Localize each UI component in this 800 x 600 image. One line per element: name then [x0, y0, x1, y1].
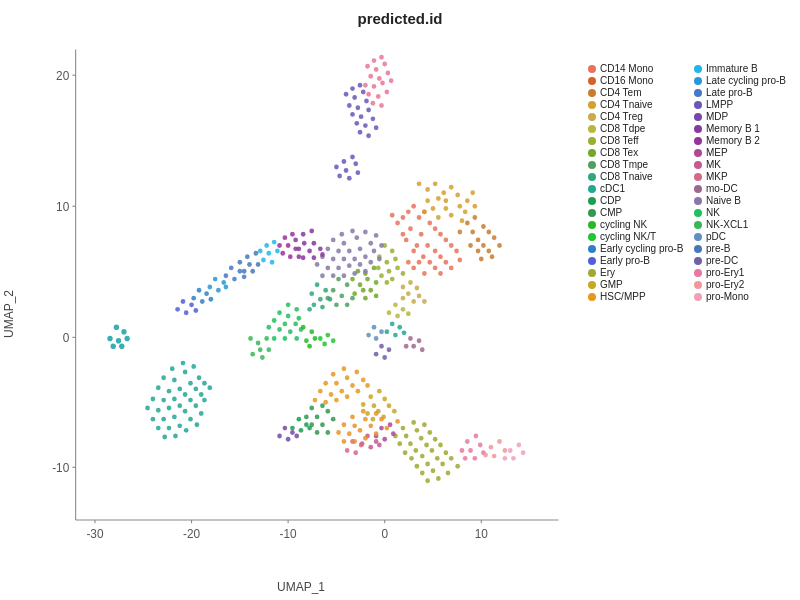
svg-point-267 [175, 307, 180, 312]
svg-point-220 [302, 241, 307, 246]
svg-point-236 [264, 243, 269, 248]
svg-point-315 [372, 403, 377, 408]
svg-point-238 [258, 249, 263, 254]
legend-item: MDP [694, 111, 796, 122]
svg-point-192 [325, 246, 330, 251]
svg-point-204 [379, 243, 384, 248]
svg-point-401 [516, 442, 521, 447]
legend-label: CD8 Teff [600, 135, 639, 146]
svg-point-244 [254, 251, 259, 256]
svg-point-330 [331, 417, 336, 422]
svg-point-73 [465, 221, 470, 226]
legend-item: Late cycling pro-B [694, 75, 796, 86]
svg-point-259 [224, 284, 229, 289]
legend-item: cDC1 [588, 183, 690, 194]
svg-point-84 [476, 249, 481, 254]
svg-point-121 [323, 288, 328, 293]
svg-point-466 [342, 439, 347, 444]
svg-point-53 [417, 181, 422, 186]
svg-point-196 [368, 241, 373, 246]
svg-point-166 [313, 336, 318, 341]
legend-dot [588, 197, 596, 205]
svg-point-471 [395, 419, 400, 424]
legend-label: NK-XCL1 [706, 219, 748, 230]
svg-point-284 [356, 105, 361, 110]
svg-point-420 [183, 370, 188, 375]
svg-point-332 [325, 430, 330, 435]
legend-label: pDC [706, 231, 726, 242]
svg-point-261 [204, 291, 209, 296]
svg-point-270 [342, 159, 347, 164]
legend-item: pre-DC [694, 255, 796, 266]
svg-point-61 [455, 193, 460, 198]
legend-label: LMPP [706, 99, 733, 110]
svg-point-316 [382, 397, 387, 402]
svg-text:-10: -10 [280, 527, 297, 541]
svg-point-36 [433, 249, 438, 254]
svg-point-291 [371, 116, 376, 121]
svg-point-217 [301, 232, 306, 237]
legend-label: pro-Ery2 [706, 279, 744, 290]
svg-point-300 [354, 370, 359, 375]
plot-and-x: 20 10 0 -10 -30 [22, 27, 580, 600]
svg-point-457 [342, 422, 347, 427]
svg-point-28 [390, 213, 395, 218]
svg-point-219 [293, 237, 298, 242]
legend-item: pro-Mono [694, 291, 796, 302]
svg-point-230 [277, 243, 282, 248]
legend-item: pDC [694, 231, 796, 242]
svg-point-172 [390, 321, 395, 326]
svg-point-352 [427, 430, 432, 435]
svg-point-55 [433, 181, 438, 186]
svg-point-200 [342, 256, 347, 261]
svg-point-120 [315, 282, 320, 287]
svg-point-458 [352, 423, 357, 428]
svg-point-331 [315, 430, 320, 435]
svg-point-480 [363, 83, 368, 88]
svg-point-384 [359, 442, 364, 447]
svg-point-390 [468, 448, 473, 453]
chart-area: UMAP_2 20 10 0 [0, 27, 800, 600]
svg-point-389 [460, 448, 465, 453]
svg-point-400 [508, 448, 513, 453]
svg-point-153 [272, 336, 277, 341]
svg-point-51 [422, 271, 427, 276]
svg-point-32 [438, 232, 443, 237]
svg-point-205 [315, 262, 320, 267]
svg-point-371 [446, 470, 451, 475]
cluster-gmp [361, 389, 397, 422]
svg-point-131 [406, 291, 411, 296]
legend-item: pro-Ery1 [694, 267, 796, 278]
svg-point-167 [307, 344, 312, 349]
svg-point-393 [472, 456, 477, 461]
cluster-lmpp [334, 83, 378, 181]
legend-label: Memory B 2 [706, 135, 760, 146]
legend-label: pro-Ery1 [706, 267, 744, 278]
svg-point-428 [161, 398, 166, 403]
svg-point-149 [266, 325, 271, 330]
svg-point-47 [457, 258, 462, 263]
svg-point-158 [248, 336, 253, 341]
legend-dot [588, 173, 596, 181]
svg-point-197 [374, 233, 379, 238]
legend-dot [694, 137, 702, 145]
cluster-nk-xcl1 [248, 336, 271, 360]
svg-point-404 [521, 450, 526, 455]
svg-point-487 [371, 101, 376, 106]
svg-point-482 [380, 81, 385, 86]
svg-point-343 [401, 426, 406, 431]
svg-point-38 [401, 232, 406, 237]
cluster-cd4-tem [457, 215, 501, 261]
svg-point-49 [433, 265, 438, 270]
svg-point-104 [374, 280, 379, 285]
legend-item: cycling NK/T [588, 231, 690, 242]
svg-point-481 [372, 84, 377, 89]
legend-dot [588, 281, 596, 289]
svg-point-156 [264, 336, 269, 341]
legend-label: cDC1 [600, 183, 625, 194]
legend-label: MEP [706, 147, 728, 158]
svg-point-69 [436, 215, 441, 220]
svg-point-395 [489, 445, 494, 450]
svg-point-273 [344, 168, 349, 173]
svg-point-362 [425, 461, 430, 466]
